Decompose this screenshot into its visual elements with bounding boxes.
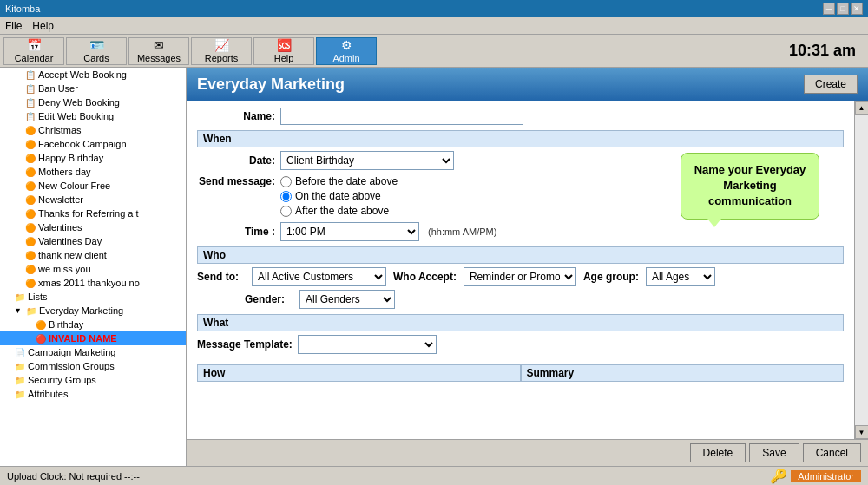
- marketing-icon: 🟠: [24, 193, 36, 206]
- sidebar: 📋 Accept Web Booking 📋 Ban User 📋 Deny W…: [0, 68, 187, 466]
- send-to-select[interactable]: All Active Customers: [252, 267, 386, 286]
- sidebar-item-accept-web-booking[interactable]: 📋 Accept Web Booking: [0, 68, 186, 82]
- sidebar-item-ban-user[interactable]: 📋 Ban User: [0, 82, 186, 95]
- sidebar-item-valentines[interactable]: 🟠 Valentines: [0, 220, 186, 234]
- sidebar-item-facebook-campaign[interactable]: 🟠 Facebook Campaign: [0, 137, 186, 151]
- reports-button[interactable]: 📈 Reports: [191, 37, 252, 65]
- gender-label: Gender:: [245, 293, 293, 305]
- time-select[interactable]: 1:00 PM: [280, 222, 419, 241]
- menu-help[interactable]: Help: [32, 20, 54, 32]
- help-button[interactable]: 🆘 Help: [253, 37, 314, 65]
- sidebar-item-deny-web-booking[interactable]: 📋 Deny Web Booking: [0, 95, 186, 109]
- radio-before-input[interactable]: [280, 176, 292, 187]
- menu-file[interactable]: File: [5, 20, 22, 32]
- radio-on[interactable]: On the date above: [280, 190, 398, 202]
- title-bar: Kitomba ─ □ ✕: [0, 0, 868, 17]
- who-accept-select[interactable]: Reminder or Promo: [464, 267, 576, 286]
- sidebar-label: Lists: [28, 292, 48, 302]
- marketing-icon: 🟠: [24, 235, 36, 247]
- reports-icon: 📈: [214, 38, 229, 52]
- marketing-icon: 🟠: [35, 318, 47, 331]
- summary-section-header: Summary: [521, 364, 845, 382]
- create-button[interactable]: Create: [804, 75, 858, 94]
- scroll-up-btn[interactable]: ▲: [855, 101, 869, 115]
- menu-bar: File Help: [0, 17, 868, 35]
- name-row: Name:: [197, 108, 844, 125]
- admin-button[interactable]: ⚙ Admin: [316, 37, 377, 65]
- sidebar-label: Valentines Day: [38, 236, 102, 246]
- sidebar-item-mothers-day[interactable]: 🟠 Mothers day: [0, 165, 186, 179]
- sidebar-item-we-miss-you[interactable]: 🟠 we miss you: [0, 262, 186, 276]
- sidebar-item-christmas[interactable]: 🟠 Christmas: [0, 123, 186, 137]
- radio-before[interactable]: Before the date above: [280, 175, 398, 187]
- sidebar-item-attributes[interactable]: 📁 Attributes: [0, 387, 186, 401]
- time-row: Time : 1:00 PM (hh:mm AM/PM): [197, 222, 844, 241]
- sidebar-item-security-groups[interactable]: 📁 Security Groups: [0, 373, 186, 387]
- marketing-icon: 🟠: [24, 138, 36, 150]
- sidebar-item-lists[interactable]: 📁 Lists: [0, 290, 186, 304]
- help-label: Help: [274, 53, 294, 63]
- sidebar-item-newsletter[interactable]: 🟠 Newsletter: [0, 193, 186, 206]
- sidebar-label: Security Groups: [28, 375, 96, 385]
- scroll-down-btn[interactable]: ▼: [855, 425, 869, 439]
- radio-after-label: After the date above: [295, 205, 389, 217]
- date-select[interactable]: Client Birthday: [280, 151, 454, 170]
- action-buttons-bar: Delete Save Cancel: [187, 439, 868, 466]
- folder-icon: 📁: [14, 291, 26, 303]
- message-template-label: Message Template:: [197, 338, 293, 351]
- cards-icon: 🪪: [89, 38, 104, 52]
- sidebar-label: Edit Web Booking: [38, 111, 114, 121]
- how-section-header: How: [197, 364, 521, 382]
- close-btn[interactable]: ✕: [851, 3, 863, 15]
- sidebar-item-thank-new-client[interactable]: 🟠 thank new client: [0, 248, 186, 262]
- sidebar-label: New Colour Free: [38, 180, 110, 191]
- sidebar-item-campaign-marketing[interactable]: 📄 Campaign Marketing: [0, 345, 186, 359]
- sidebar-item-everyday-marketing[interactable]: ▼ 📁 Everyday Marketing: [0, 304, 186, 318]
- save-button[interactable]: Save: [749, 443, 799, 462]
- age-group-select[interactable]: All Ages: [646, 267, 715, 286]
- tooltip-text: Name your Everyday Marketing communicati…: [694, 163, 806, 207]
- sidebar-label: Mothers day: [38, 167, 91, 177]
- document-icon: 📋: [24, 110, 36, 122]
- sidebar-label: Attributes: [28, 389, 68, 399]
- calendar-button[interactable]: 📅 Calendar: [3, 37, 64, 65]
- cancel-button[interactable]: Cancel: [803, 443, 861, 462]
- document-icon: 📋: [24, 96, 36, 108]
- sidebar-label: Campaign Marketing: [28, 347, 116, 357]
- radio-after-input[interactable]: [280, 206, 292, 217]
- help-icon: 🆘: [277, 38, 292, 52]
- sidebar-item-new-colour-free[interactable]: 🟠 New Colour Free: [0, 179, 186, 193]
- cards-label: Cards: [83, 53, 108, 63]
- sidebar-item-commission-groups[interactable]: 📁 Commission Groups: [0, 359, 186, 373]
- radio-after[interactable]: After the date above: [280, 205, 398, 217]
- upload-clock-status: Upload Clock: Not required --:--: [7, 471, 140, 482]
- cards-button[interactable]: 🪪 Cards: [66, 37, 127, 65]
- sidebar-item-invalid-name[interactable]: 🔴 INVALID NAME: [0, 331, 186, 345]
- messages-label: Messages: [137, 53, 181, 63]
- name-input[interactable]: [280, 108, 523, 125]
- sidebar-item-birthday[interactable]: 🟠 Birthday: [0, 318, 186, 331]
- minimize-btn[interactable]: ─: [823, 3, 835, 15]
- sidebar-label: Christmas: [38, 125, 82, 135]
- maximize-btn[interactable]: □: [837, 3, 849, 15]
- marketing-icon: 🟠: [24, 180, 36, 192]
- who-accept-label: Who Accept:: [393, 271, 457, 283]
- form-area: Name your Everyday Marketing communicati…: [187, 101, 854, 439]
- sidebar-item-valentines-day[interactable]: 🟠 Valentines Day: [0, 234, 186, 248]
- delete-button[interactable]: Delete: [690, 443, 746, 462]
- sidebar-label: xmas 2011 thankyou no: [38, 278, 140, 288]
- em-title: Everyday Marketing: [197, 75, 345, 94]
- scroll-track: [855, 115, 868, 425]
- radio-on-label: On the date above: [295, 190, 381, 202]
- sidebar-item-happy-birthday[interactable]: 🟠 Happy Birthday: [0, 151, 186, 165]
- messages-button[interactable]: ✉ Messages: [128, 37, 189, 65]
- radio-on-input[interactable]: [280, 191, 292, 202]
- sidebar-item-thanks-referring[interactable]: 🟠 Thanks for Referring a t: [0, 206, 186, 220]
- sidebar-item-edit-web-booking[interactable]: 📋 Edit Web Booking: [0, 109, 186, 123]
- sidebar-label: we miss you: [38, 264, 91, 274]
- gender-select[interactable]: All Genders: [299, 290, 395, 309]
- message-template-select[interactable]: [298, 335, 437, 354]
- name-label: Name:: [197, 110, 275, 122]
- sidebar-item-xmas-2011[interactable]: 🟠 xmas 2011 thankyou no: [0, 276, 186, 290]
- sidebar-label: INVALID NAME: [49, 333, 117, 344]
